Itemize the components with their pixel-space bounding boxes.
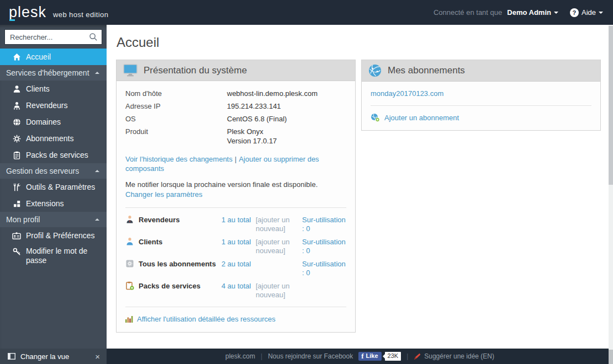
sidebar-item-label: Abonnements (26, 134, 73, 143)
product-name: Plesk Onyx (227, 127, 277, 136)
bar-chart-icon (125, 315, 133, 323)
facebook-f-icon: f (361, 352, 363, 360)
info-value: 195.214.233.141 (227, 102, 281, 110)
edition-label: web host edition (53, 10, 108, 19)
idea-icon (414, 353, 421, 360)
plesk-logo[interactable]: plesk web host edition (9, 0, 108, 25)
globe-icon (12, 118, 21, 126)
resource-usage-link[interactable]: Afficher l'utilisation détaillée des res… (137, 315, 276, 323)
footer-divider: | (406, 352, 408, 360)
summary-label: Tous les abonnements (139, 260, 216, 269)
changelog-link[interactable]: Voir l'historique des changements (125, 155, 232, 163)
scrollbar-track[interactable] (609, 25, 613, 364)
info-value: webhost-lin.demo.plesk.com (227, 89, 318, 98)
info-value: CentOS 6.8 (Final) (227, 115, 287, 123)
sidebar-item-resellers[interactable]: Revendeurs (0, 97, 107, 114)
help-label: Aide (582, 8, 596, 17)
suggest-idea-link[interactable]: Suggérer une idée (EN) (414, 352, 494, 360)
chevron-up-icon (95, 69, 99, 74)
total-link[interactable]: 1 au total (221, 238, 253, 255)
like-count-badge: 23K (385, 352, 401, 361)
total-link[interactable]: 1 au total (221, 216, 253, 233)
total-link[interactable]: 4 au total (221, 282, 253, 299)
sidebar-item-domains[interactable]: Domaines (0, 114, 107, 130)
blocks-icon (12, 200, 21, 208)
info-row-product: Produit Plesk Onyx Version 17.0.17 (125, 127, 346, 146)
sidebar-item-label: Extensions (26, 199, 64, 208)
search-input[interactable] (4, 29, 102, 45)
panel-title: Présentation du système (144, 65, 247, 76)
panel-title: Mes abonnements (388, 65, 465, 76)
summary-row-subscriptions: Tous les abonnements 2 au total Sur-util… (125, 260, 346, 277)
view-switcher-label: Changer la vue (20, 352, 69, 361)
top-bar: plesk web host edition Connecté en tant … (0, 0, 613, 25)
sidebar-section-server-management[interactable]: Gestion des serveurs (0, 163, 107, 179)
plesk-com-link[interactable]: plesk.com (225, 352, 255, 360)
sidebar-section-label: Gestion des serveurs (6, 167, 79, 175)
system-overview-panel: Présentation du système Nom d'hôte webho… (116, 60, 356, 333)
overuse-link (302, 282, 346, 299)
overuse-link[interactable]: Sur-utilisation : 0 (302, 260, 346, 277)
change-settings-link[interactable]: Changer les paramètres (125, 190, 202, 199)
sidebar-item-change-password[interactable]: Modifier le mot de passe (0, 244, 107, 268)
subscription-domain-link[interactable]: monday20170123.com (371, 89, 443, 98)
sidebar-item-home[interactable]: Accueil (0, 49, 107, 65)
total-link[interactable]: 2 au total (221, 260, 253, 277)
plesk-logo-text: plesk (9, 0, 46, 25)
sidebar-section-label: Services d'hébergement (6, 68, 89, 77)
sidebar-item-label: Packs de services (26, 151, 88, 160)
chevron-up-icon (95, 216, 99, 221)
main-content: Accueil Présentation du système Nom d'hô… (107, 25, 613, 349)
notify-text: Me notifier lorsque la prochaine version… (125, 180, 318, 189)
clipboard-icon (12, 151, 21, 159)
suggest-idea-label[interactable]: Suggérer une idée (EN) (424, 352, 494, 360)
id-card-icon (12, 232, 21, 240)
add-new-link[interactable]: [ajouter un nouveau] (256, 282, 300, 299)
plesk-logo-underline (9, 19, 15, 21)
chevron-down-icon (554, 12, 558, 16)
sidebar-item-subscriptions[interactable]: Abonnements (0, 130, 107, 147)
facebook-link[interactable]: Nous rejoindre sur Facebook (268, 352, 353, 360)
overuse-link[interactable]: Sur-utilisation : 0 (302, 238, 346, 255)
add-new-link (256, 260, 300, 277)
connected-as-label: Connecté en tant que (434, 8, 502, 17)
chevron-down-icon (599, 12, 603, 16)
link-separator: | (235, 155, 236, 163)
info-label: OS (125, 115, 227, 123)
info-row-hostname: Nom d'hôte webhost-lin.demo.plesk.com (125, 89, 346, 98)
sidebar-section-my-profile[interactable]: Mon profil (0, 212, 107, 227)
add-new-link[interactable]: [ajouter un nouveau] (256, 216, 300, 233)
close-icon[interactable]: × (95, 352, 100, 361)
like-label: Like (366, 352, 378, 360)
summary-label: Revendeurs (139, 216, 179, 224)
info-label: Produit (125, 127, 227, 146)
search-icon[interactable] (89, 33, 98, 41)
sidebar-item-label: Outils & Paramètres (26, 183, 95, 192)
divider (125, 307, 346, 307)
sidebar-item-extensions[interactable]: Extensions (0, 195, 107, 212)
sidebar-item-service-plans[interactable]: Packs de services (0, 147, 107, 163)
footer: plesk.com | Nous rejoindre sur Facebook … (107, 349, 613, 364)
sidebar-item-label: Domaines (26, 117, 61, 127)
gear-icon (12, 135, 21, 143)
view-switcher[interactable]: Changer la vue × (0, 349, 107, 364)
summary-row-service-plans: Packs de services 4 au total [ajouter un… (125, 282, 346, 299)
scrollbar-thumb[interactable] (609, 26, 613, 185)
user-menu[interactable]: Demo Admin (507, 8, 558, 17)
facebook-like-button[interactable]: f Like (358, 352, 381, 361)
add-subscription-link[interactable]: Ajouter un abonnement (384, 114, 459, 122)
reseller-person-icon (125, 215, 134, 224)
help-menu[interactable]: ? Aide (570, 8, 603, 17)
sidebar-item-label: Clients (26, 84, 50, 94)
facebook-like-widget[interactable]: f Like 23K (358, 352, 401, 361)
summary-label: Packs de services (139, 282, 200, 291)
summary-row-resellers: Revendeurs 1 au total [ajouter un nouvea… (125, 216, 346, 233)
overuse-link[interactable]: Sur-utilisation : 0 (302, 216, 346, 233)
sidebar-item-tools-settings[interactable]: Outils & Paramètres (0, 179, 107, 195)
sidebar: Accueil Services d'hébergement Clients R… (0, 25, 107, 349)
sidebar-item-profile-preferences[interactable]: Profil & Préférences (0, 227, 107, 244)
sidebar-item-clients[interactable]: Clients (0, 81, 107, 97)
add-new-link[interactable]: [ajouter un nouveau] (256, 238, 300, 255)
globe-sphere-icon (368, 64, 382, 77)
sidebar-section-hosting-services[interactable]: Services d'hébergement (0, 65, 107, 81)
